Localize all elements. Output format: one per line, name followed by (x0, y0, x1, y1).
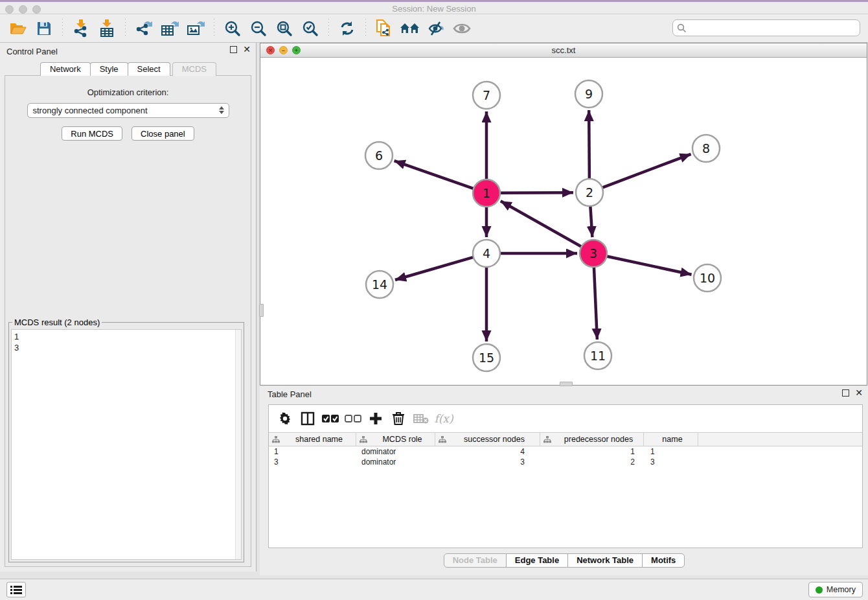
graph-node-8[interactable]: 8 (692, 135, 720, 162)
graph-node-2[interactable]: 2 (576, 179, 603, 206)
column-header-label: name (647, 435, 698, 444)
edge-3-11[interactable] (594, 267, 597, 340)
eye-icon[interactable] (451, 18, 473, 39)
tab-node-table[interactable]: Node Table (444, 553, 507, 568)
edge-3-1[interactable] (501, 201, 582, 246)
tab-network-table[interactable]: Network Table (567, 553, 643, 568)
clone-network-icon[interactable] (373, 18, 395, 39)
mcds-result-fieldset: MCDS result (2 nodes) 1 3 (8, 317, 244, 562)
table-row[interactable]: 3dominator323 (269, 457, 862, 467)
tab-select[interactable]: Select (128, 62, 170, 76)
deselect-all-icon[interactable] (345, 410, 361, 427)
close-panel-button[interactable]: Close panel (131, 126, 194, 141)
zoom-out-icon[interactable] (247, 18, 269, 39)
tab-network[interactable]: Network (40, 62, 91, 76)
table-cell: dominator (356, 447, 435, 456)
edge-1-2[interactable] (500, 192, 573, 193)
network-canvas[interactable]: 7968124314101511 (260, 58, 867, 385)
save-session-icon[interactable] (33, 18, 55, 39)
toolbar-separator (214, 19, 214, 38)
graph-node-10[interactable]: 10 (694, 264, 721, 292)
function-builder-icon: f(x) (435, 410, 452, 427)
table-cell: 2 (540, 457, 644, 467)
zoom-fit-icon[interactable] (273, 18, 295, 39)
column-header-MCDS-role[interactable]: MCDS role (356, 433, 435, 446)
table-panel-tabs: Node TableEdge TableNetwork TableMotifs (260, 553, 868, 568)
column-header-successor-nodes[interactable]: successor nodes (435, 433, 540, 446)
node-label: 10 (700, 271, 715, 285)
graph-node-14[interactable]: 14 (366, 271, 393, 298)
edge-3-10[interactable] (607, 256, 692, 274)
edge-2-3[interactable] (590, 206, 592, 237)
table-cell: 4 (435, 447, 540, 456)
column-header-predecessor-nodes[interactable]: predecessor nodes (540, 433, 644, 446)
tab-style[interactable]: Style (90, 62, 128, 76)
graph-node-9[interactable]: 9 (575, 80, 602, 108)
zoom-in-icon[interactable] (222, 18, 244, 39)
run-mcds-button[interactable]: Run MCDS (62, 126, 122, 141)
zoom-selected-icon[interactable] (299, 18, 321, 39)
import-table-icon[interactable] (96, 18, 118, 39)
node-label: 1 (483, 186, 490, 200)
edge-4-14[interactable] (395, 257, 474, 280)
scrollbar-track[interactable] (235, 330, 241, 559)
network-view-titlebar[interactable]: ✕ − + scc.txt (260, 43, 867, 58)
node-label: 11 (590, 349, 606, 363)
toolbar-separator (328, 19, 329, 38)
node-table-header: shared nameMCDS rolesuccessor nodesprede… (269, 433, 862, 446)
graph-node-1[interactable]: 1 (473, 179, 500, 207)
status-bar: Memory (0, 579, 868, 600)
table-row[interactable]: 1dominator411 (269, 446, 862, 457)
search-box[interactable] (672, 19, 860, 36)
control-panel-title: Control Panel (6, 47, 58, 56)
close-panel-icon[interactable]: ✕ (243, 46, 251, 53)
home-icon[interactable] (399, 18, 421, 39)
toolbar-separator (62, 19, 63, 38)
network-graph[interactable]: 7968124314101511 (260, 58, 867, 385)
splitter-handle[interactable] (560, 382, 573, 386)
close-panel-icon[interactable]: ✕ (855, 389, 863, 397)
float-panel-icon[interactable] (842, 389, 849, 397)
import-network-icon[interactable] (70, 18, 92, 39)
export-image-icon[interactable] (185, 18, 207, 39)
node-table: shared nameMCDS rolesuccessor nodesprede… (269, 432, 862, 467)
node-table-body: 1dominator4113dominator323 (269, 446, 862, 467)
table-panel: Table Panel ✕ (260, 386, 868, 575)
table-cell: 1 (540, 447, 644, 456)
edge-1-6[interactable] (394, 161, 474, 189)
network-view-title: scc.txt (260, 45, 867, 55)
delete-column-icon[interactable] (390, 410, 407, 427)
task-history-button[interactable] (6, 582, 26, 597)
graph-node-15[interactable]: 15 (473, 344, 500, 371)
graph-node-6[interactable]: 6 (365, 142, 393, 169)
refresh-icon[interactable] (336, 18, 358, 39)
criterion-select[interactable]: strongly connected component (27, 103, 229, 118)
edge-2-9[interactable] (589, 110, 589, 179)
split-column-icon[interactable] (299, 410, 316, 427)
column-header-name[interactable]: name (644, 433, 698, 446)
memory-button[interactable]: Memory (808, 582, 863, 597)
graph-node-3[interactable]: 3 (580, 240, 607, 267)
tab-mcds[interactable]: MCDS (172, 62, 216, 76)
table-cell: 3 (435, 457, 540, 467)
export-network-icon[interactable] (133, 18, 155, 39)
float-panel-icon[interactable] (230, 46, 237, 53)
select-all-icon[interactable] (322, 410, 339, 427)
graph-node-11[interactable]: 11 (584, 342, 611, 369)
tab-edge-table[interactable]: Edge Table (506, 553, 568, 568)
tab-motifs[interactable]: Motifs (642, 553, 685, 568)
graphics-details-icon[interactable] (425, 18, 447, 39)
splitter-handle[interactable] (259, 304, 264, 317)
export-table-icon[interactable] (159, 18, 181, 39)
add-column-icon[interactable] (367, 410, 384, 427)
search-input[interactable] (689, 23, 856, 33)
column-header-label: predecessor nodes (554, 435, 643, 444)
gear-icon[interactable] (277, 410, 293, 427)
node-label: 3 (589, 246, 597, 260)
edge-2-8[interactable] (602, 154, 691, 188)
open-file-icon[interactable] (7, 18, 29, 39)
graph-node-7[interactable]: 7 (473, 82, 500, 109)
graph-node-4[interactable]: 4 (473, 240, 500, 267)
column-header-shared-name[interactable]: shared name (269, 433, 356, 446)
mcds-result-list[interactable]: 1 3 (11, 329, 242, 560)
